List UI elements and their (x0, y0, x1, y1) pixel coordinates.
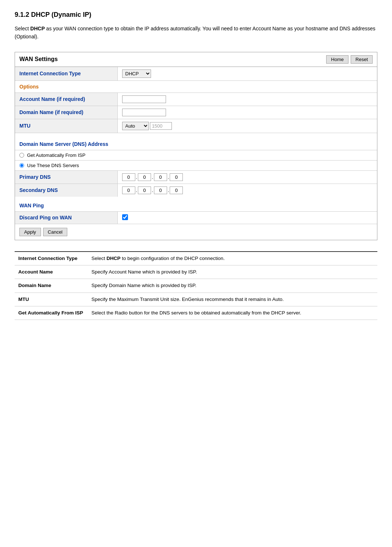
ref-term-account-name: Account Name (15, 265, 88, 279)
secondary-dns-value-cell: . . . (117, 184, 377, 197)
dns-auto-radio[interactable] (19, 153, 24, 158)
dns-manual-label: Use These DNS Servers (27, 163, 79, 168)
page-title: 9.1.2 DHCP (Dynamic IP) (15, 11, 377, 19)
domain-name-label: Domain Name (if required) (15, 106, 117, 119)
primary-dns-label: Primary DNS (15, 171, 117, 184)
mtu-label: MTU (15, 119, 117, 133)
secondary-dns-label: Secondary DNS (15, 184, 117, 197)
apply-button[interactable]: Apply (19, 228, 41, 236)
ref-row-mtu: MTU Specify the Maximum Transmit Unit si… (15, 293, 377, 306)
ref-term-mtu: MTU (15, 293, 88, 306)
ref-row-connection-type: Internet Connection Type Select DHCP to … (15, 252, 377, 265)
wan-header-buttons: Home Reset (326, 55, 373, 64)
dot5: . (152, 188, 153, 193)
discard-ping-checkbox[interactable] (122, 214, 128, 220)
dns-manual-radio[interactable] (19, 163, 24, 168)
ref-term-connection-type: Internet Connection Type (15, 252, 88, 265)
connection-type-value-cell: DHCP PPPoE Static IP PPTP (117, 67, 377, 81)
mtu-select[interactable]: Auto Manual (122, 122, 149, 130)
domain-name-input[interactable] (122, 109, 166, 116)
account-name-input[interactable] (122, 95, 166, 103)
account-name-value-cell (117, 93, 377, 106)
ref-desc-get-auto: Select the Radio button for the DNS serv… (88, 306, 377, 320)
dot4: . (136, 188, 137, 193)
ref-term-domain-name: Domain Name (15, 279, 88, 293)
connection-type-select[interactable]: DHCP PPPoE Static IP PPTP (122, 69, 151, 78)
primary-dns-oct1[interactable] (122, 173, 135, 181)
discard-ping-label: Discard Ping on WAN (15, 211, 117, 224)
primary-dns-oct3[interactable] (154, 173, 167, 181)
primary-dns-oct4[interactable] (170, 173, 183, 181)
options-section-row: Options (15, 80, 377, 93)
ref-desc-mtu: Specify the Maximum Transmit Unit size. … (88, 293, 377, 306)
ref-row-account-name: Account Name Specify Account Name which … (15, 265, 377, 279)
ref-row-domain-name: Domain Name Specify Domain Name which is… (15, 279, 377, 293)
dot6: . (168, 188, 169, 193)
secondary-dns-row: Secondary DNS . . . (15, 184, 377, 197)
ref-desc-connection-type: Select DHCP to begin configuration of th… (88, 252, 377, 265)
wan-ping-section-label: WAN Ping (15, 200, 377, 212)
dot1: . (136, 174, 137, 180)
account-name-label: Account Name (if required) (15, 93, 117, 106)
dot2: . (152, 174, 153, 180)
primary-dns-octets: . . . (122, 173, 373, 181)
reference-table: Internet Connection Type Select DHCP to … (15, 251, 377, 320)
spacer-1 (15, 133, 377, 138)
primary-dns-oct2[interactable] (138, 173, 151, 181)
home-button[interactable]: Home (326, 55, 348, 64)
apply-cancel-row: Apply Cancel (15, 224, 377, 240)
discard-ping-row: Discard Ping on WAN (15, 211, 377, 224)
ref-desc-domain-name: Specify Domain Name which is provided by… (88, 279, 377, 293)
primary-dns-row: Primary DNS . . . (15, 171, 377, 184)
mtu-row: MTU Auto Manual (15, 119, 377, 133)
ref-term-get-auto: Get Automatically From ISP (15, 306, 88, 320)
secondary-dns-oct1[interactable] (122, 186, 135, 194)
dot3: . (168, 174, 169, 180)
domain-name-value-cell (117, 106, 377, 119)
mtu-value-cell: Auto Manual (117, 119, 377, 133)
wan-ping-section-row: WAN Ping (15, 200, 377, 212)
ref-desc-account-name: Specify Account Name which is provided b… (88, 265, 377, 279)
dns-auto-label: Get Automatically From ISP (27, 152, 86, 158)
account-name-row: Account Name (if required) (15, 93, 377, 106)
options-section-label: Options (15, 80, 377, 93)
wan-ping-table: WAN Ping Discard Ping on WAN (15, 200, 377, 224)
secondary-dns-octets: . . . (122, 186, 373, 194)
dns-section-row: Domain Name Server (DNS) Address (15, 138, 377, 150)
dns-form-table: Primary DNS . . . Secondary DNS . (15, 171, 377, 197)
wan-settings-title: WAN Settings (19, 56, 58, 63)
wan-settings-box: WAN Settings Home Reset Internet Connect… (15, 52, 377, 240)
dns-section-label: Domain Name Server (DNS) Address (15, 138, 377, 150)
wan-form-table: Internet Connection Type DHCP PPPoE Stat… (15, 67, 377, 150)
cancel-button[interactable]: Cancel (43, 228, 67, 236)
wan-settings-header: WAN Settings Home Reset (15, 52, 377, 67)
secondary-dns-oct3[interactable] (154, 186, 167, 194)
intro-paragraph: Select DHCP as your WAN connection type … (15, 24, 377, 41)
dns-auto-row: Get Automatically From ISP (15, 150, 377, 161)
dns-manual-row: Use These DNS Servers (15, 161, 377, 171)
secondary-dns-oct2[interactable] (138, 186, 151, 194)
secondary-dns-oct4[interactable] (170, 186, 183, 194)
primary-dns-value-cell: . . . (117, 171, 377, 184)
mtu-input[interactable] (150, 122, 172, 130)
ref-row-get-auto: Get Automatically From ISP Select the Ra… (15, 306, 377, 320)
domain-name-row: Domain Name (if required) (15, 106, 377, 119)
reset-button[interactable]: Reset (351, 55, 373, 64)
discard-ping-value-cell (117, 211, 377, 224)
connection-type-label: Internet Connection Type (15, 67, 117, 81)
connection-type-row: Internet Connection Type DHCP PPPoE Stat… (15, 67, 377, 81)
